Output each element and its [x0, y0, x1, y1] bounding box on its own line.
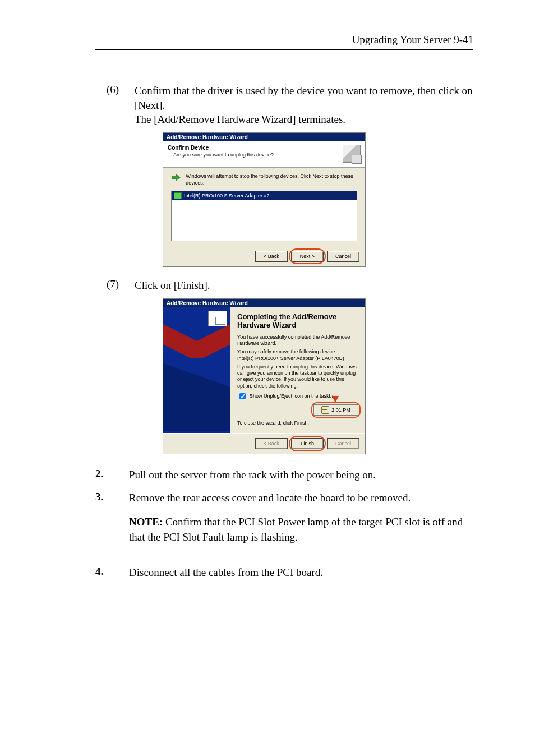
step-2: 2. Pull out the server from the rack wit…	[95, 468, 473, 483]
show-tray-icon-checkbox[interactable]	[239, 393, 246, 399]
note-box: NOTE: Confirm that the PCI Slot Power la…	[129, 511, 473, 548]
wizard1-device-item-selected[interactable]: Intel(R) PRO/100 S Server Adapter #2	[172, 191, 357, 200]
tray-clock: 2:01 PM	[331, 407, 350, 413]
note-label: NOTE:	[129, 516, 163, 528]
substep-7-text: Click on [Finish].	[135, 279, 210, 291]
substep-6-text2: The [Add/Remove Hardware Wizard] termina…	[135, 113, 345, 125]
running-header-text: Upgrading Your Server 9-41	[352, 34, 473, 45]
step-3-text: Remove the rear access cover and locate …	[129, 491, 473, 506]
wizard-dialog-2: Add/Remove Hardware Wizard Completing th…	[163, 298, 366, 454]
substep-6-number: (6)	[107, 84, 135, 127]
step-4: 4. Disconnect all the cables from the PC…	[95, 565, 473, 580]
wizard1-device-item-label: Intel(R) PRO/100 S Server Adapter #2	[184, 193, 270, 199]
wizard2-heading: Completing the Add/Remove Hardware Wizar…	[237, 313, 358, 330]
step-2-text: Pull out the server from the rack with t…	[129, 468, 473, 483]
step-3: 3. Remove the rear access cover and loca…	[95, 491, 473, 506]
substep-7-number: (7)	[107, 278, 135, 293]
step-3-number: 3.	[95, 491, 129, 506]
figure-wizard-completing: Add/Remove Hardware Wizard Completing th…	[163, 298, 473, 454]
wizard1-subtitle-desc: Are you sure you want to unplug this dev…	[168, 152, 343, 158]
wizard1-body-message: Windows will attempt to stop the followi…	[181, 173, 357, 186]
substep-6-text: Confirm that the driver is used by the d…	[135, 85, 473, 111]
substep-7: (7) Click on [Finish].	[107, 278, 473, 293]
wizard1-subtitle: Confirm Device	[168, 145, 343, 151]
wizard2-side-banner	[163, 307, 230, 433]
back-button[interactable]: < Back	[255, 251, 288, 262]
next-button[interactable]: Next >	[291, 251, 324, 262]
step-2-number: 2.	[95, 468, 129, 483]
callout-arrow-icon	[332, 396, 339, 403]
finish-button[interactable]: Finish	[291, 438, 324, 449]
wizard2-p2b: Intel(R) PRO/100+ Server Adapter (PILA84…	[237, 356, 344, 361]
wizard2-p2a: You may safely remove the following devi…	[237, 349, 336, 354]
show-tray-icon-label: Show Unplug/Eject icon on the taskbar	[250, 393, 336, 399]
substep-6: (6) Confirm that the driver is used by t…	[107, 84, 473, 127]
back-button: < Back	[255, 438, 288, 449]
wizard2-titlebar: Add/Remove Hardware Wizard	[163, 299, 365, 307]
wizard1-device-list[interactable]: Intel(R) PRO/100 S Server Adapter #2	[171, 191, 357, 241]
step-4-text: Disconnect all the cables from the PCI b…	[129, 565, 473, 580]
tray-eject-icon	[321, 406, 329, 414]
wizard-dialog-1: Add/Remove Hardware Wizard Confirm Devic…	[163, 132, 366, 267]
system-tray-preview: 2:01 PM	[313, 404, 358, 416]
step-4-number: 4.	[95, 565, 129, 580]
wizard1-titlebar: Add/Remove Hardware Wizard	[163, 133, 365, 141]
wizard2-p1: You have successfully completed the Add/…	[237, 334, 358, 347]
cancel-button[interactable]: Cancel	[327, 251, 359, 262]
hardware-icon	[343, 145, 361, 163]
cancel-button: Cancel	[327, 438, 359, 449]
note-text: Confirm that the PCI Slot Power lamp of …	[129, 516, 463, 543]
running-header: Upgrading Your Server 9-41	[95, 34, 473, 50]
nic-card-icon	[174, 192, 182, 199]
unplug-arrow-icon	[171, 173, 181, 185]
wizard2-p3: If you frequently need to unplug this de…	[237, 364, 358, 389]
wizard2-p4: To close the wizard, click Finish.	[237, 420, 358, 426]
hardware-banner-icon	[208, 311, 227, 326]
figure-wizard-confirm-device: Add/Remove Hardware Wizard Confirm Devic…	[163, 132, 473, 267]
